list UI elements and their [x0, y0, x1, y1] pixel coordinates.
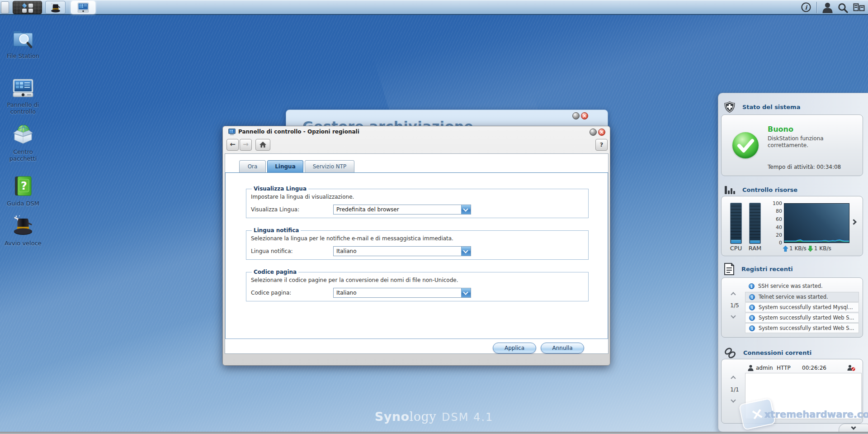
info-icon: i	[749, 325, 755, 331]
field-label: Codice pagina:	[251, 290, 291, 296]
upload-arrow-icon	[783, 246, 788, 252]
select-arrow-button[interactable]	[461, 247, 471, 256]
field-label: Visualizza Lingua:	[251, 206, 299, 213]
control-panel-icon	[77, 2, 89, 13]
y-tick: 0	[767, 240, 782, 246]
fieldset-codice-pagina: Codice pagina Selezionare il codice pagi…	[246, 269, 589, 301]
resource-monitor-header: Controllo risorse	[724, 184, 797, 196]
app-grid-icon	[22, 3, 34, 13]
control-panel-icon	[228, 129, 236, 135]
help-button[interactable]: ?	[595, 139, 608, 151]
info-icon: i	[749, 315, 755, 321]
desktop-icon-dsm-help[interactable]: ? Guida DSM	[2, 176, 44, 207]
select-value: Italiano	[336, 290, 357, 296]
dsm-help-icon: ?	[14, 176, 33, 196]
main-menu-button[interactable]	[13, 1, 42, 14]
svg-text:i: i	[805, 4, 808, 11]
log-row[interactable]: i System successfully started Mysql...	[745, 302, 859, 312]
file-station-icon	[12, 27, 34, 49]
dialog-content-panel: Ora Lingua Servizio NTP Visualizza Lingu…	[225, 153, 609, 354]
notification-language-select[interactable]: Italiano	[333, 246, 471, 256]
desktop-icon-label: Avvio veloce	[2, 240, 44, 247]
close-button[interactable]: ×	[598, 129, 605, 136]
info-icon: i	[749, 294, 755, 300]
back-icon: ←	[230, 140, 236, 148]
kick-user-icon[interactable]	[847, 365, 855, 371]
log-row[interactable]: i System successfully started Web S...	[745, 323, 859, 333]
minimize-button[interactable]	[590, 129, 597, 136]
tab-lingua[interactable]: Lingua	[267, 160, 303, 172]
recent-logs-header: Registri recenti	[724, 263, 793, 275]
magic-hat-icon	[50, 2, 61, 13]
search-icon[interactable]	[838, 3, 848, 13]
bar-chart-icon	[724, 184, 736, 196]
ram-label: RAM	[747, 245, 763, 252]
select-arrow-button[interactable]	[461, 205, 471, 214]
logs-page-down[interactable]	[731, 313, 736, 318]
close-button[interactable]: ×	[581, 112, 588, 119]
close-icon: ×	[599, 129, 604, 135]
back-button[interactable]: ←	[226, 139, 239, 151]
fieldset-legend: Codice pagina	[252, 269, 298, 275]
minimize-button[interactable]	[572, 112, 580, 119]
connections-page-down[interactable]	[731, 397, 736, 402]
connections-header: Connessioni correnti	[724, 347, 811, 359]
home-icon	[259, 142, 266, 148]
dialog-titlebar[interactable]: Pannello di controllo - Opzioni regional…	[223, 126, 610, 137]
cancel-button[interactable]: Annulla	[541, 343, 584, 353]
forward-icon: →	[243, 140, 249, 148]
field-label: Lingua notifica:	[251, 248, 293, 254]
widget-title: Registri recenti	[741, 266, 793, 272]
logs-page-up[interactable]	[731, 292, 736, 297]
desktop-icon-quick-start[interactable]: Avvio veloce	[2, 215, 44, 247]
panel-collapse-tab[interactable]	[839, 424, 868, 433]
select-value: Predefinita del browser	[336, 206, 399, 213]
expand-resources-chevron[interactable]	[851, 219, 857, 225]
tray-divider	[816, 2, 817, 13]
log-row[interactable]: i SSH service was started.	[745, 281, 859, 291]
download-arrow-icon	[808, 246, 813, 252]
y-tick: 20	[767, 232, 782, 238]
desktop-icon-package-center[interactable]: Centro pacchetti	[2, 123, 44, 162]
control-panel-icon	[12, 79, 34, 98]
system-status-header: Stato del sistema	[724, 101, 800, 113]
upload-rate: 1 KB/s	[789, 245, 807, 252]
recent-logs-card: 1/5 i SSH service was started. i Telnet …	[721, 277, 863, 338]
codepage-select[interactable]: Italiano	[333, 288, 471, 298]
desktop-icon-control-panel[interactable]: Pannello di controllo	[2, 79, 44, 115]
resource-monitor-card: CPU RAM 100 80 60 40 20 0 1 KB/s 1 KB/s	[721, 196, 863, 256]
shield-icon	[724, 101, 736, 113]
fieldset-legend: Visualizza Lingua	[252, 186, 308, 192]
download-rate: 1 KB/s	[814, 245, 831, 252]
cpu-label: CPU	[728, 245, 744, 252]
bottom-strip	[0, 432, 868, 434]
log-row[interactable]: i Telnet service was started.	[745, 292, 859, 302]
tab-servizio-ntp[interactable]: Servizio NTP	[305, 160, 354, 172]
apply-button[interactable]: Applica	[493, 343, 536, 353]
widgets-icon[interactable]	[853, 3, 865, 13]
show-desktop-button[interactable]	[1, 1, 9, 14]
log-row[interactable]: i System successfully started Web S...	[745, 313, 859, 323]
y-tick: 40	[767, 224, 782, 230]
cpu-gauge	[730, 203, 742, 244]
display-language-select[interactable]: Predefinita del browser	[333, 205, 471, 215]
quick-start-task-button[interactable]	[45, 1, 66, 14]
control-panel-task-button[interactable]	[71, 1, 95, 14]
widget-title: Stato del sistema	[742, 104, 800, 110]
tab-ora[interactable]: Ora	[239, 160, 266, 172]
select-arrow-button[interactable]	[461, 288, 471, 297]
home-button[interactable]	[255, 139, 270, 151]
forward-button[interactable]: →	[240, 139, 252, 151]
info-icon[interactable]: i	[801, 2, 811, 12]
dialog-opzioni-regionali: Pannello di controllo - Opzioni regional…	[222, 126, 610, 366]
status-ok-icon	[732, 132, 759, 158]
connections-page-up[interactable]	[731, 376, 736, 381]
help-icon: ?	[600, 141, 604, 148]
user-icon[interactable]	[822, 2, 833, 13]
desktop-icon-label: Guida DSM	[2, 200, 44, 207]
uptime-text: Tempo di attività: 00:34:08	[768, 164, 841, 170]
desktop-icon-file-station[interactable]: File Station	[2, 27, 44, 59]
dsm-version: DSM 4.1	[442, 411, 493, 424]
connections-page-indicator: 1/1	[729, 386, 741, 393]
document-icon	[724, 263, 735, 275]
